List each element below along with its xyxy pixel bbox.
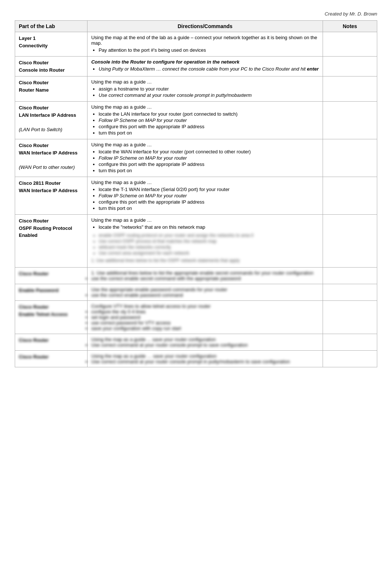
directions-intro-row-wan: Using the map as a guide …	[91, 142, 319, 147]
table-row-row-wan: Cisco RouterWAN Interface IP Address(WAN…	[15, 139, 377, 177]
col-header-notes: Notes	[323, 21, 377, 32]
bullet-row-lan-3: turn this port on	[99, 130, 319, 136]
notes-cell-row-ospf	[323, 215, 377, 268]
directions-intro-row-ospf: Using the map as a guide …	[91, 217, 319, 223]
blurred-ospf-content: enable OSPF routing protocol on your rou…	[91, 233, 319, 263]
bullet-row-ospf-0: locate the "networks" that are on this n…	[99, 224, 319, 230]
directions-intro-row-console: Console into the Router to configure for…	[91, 59, 240, 65]
label-cell-row-lan: Cisco RouterLAN Interface IP Address(LAN…	[15, 102, 87, 139]
label-primary-row-router-name: Cisco Router	[19, 80, 49, 85]
blurred-dir-3: Using the map as a guide ... save your r…	[87, 334, 323, 351]
label-cell-row-wan: Cisco RouterWAN Interface IP Address(WAN…	[15, 139, 87, 177]
directions-cell-row-lan: Using the map as a guide …locate the LAN…	[87, 102, 323, 139]
final-notes	[323, 351, 377, 367]
directions-cell-row-console: Console into the Router to configure for…	[87, 57, 323, 76]
bullet-row-wan-0: locate the WAN interface for your router…	[99, 149, 319, 154]
col-header-dir: Directions/Commands	[87, 21, 323, 32]
table-row-final: Cisco RouterUsing the map as a guide … s…	[15, 351, 377, 367]
directions-cell-row-wan: Using the map as a guide …locate the WAN…	[87, 139, 323, 177]
directions-cell-row-layer1: Using the map at the end of the lab as a…	[87, 32, 323, 57]
label-cell-row-cisco2811: Cisco 2811 RouterWAN Interface IP Addres…	[15, 177, 87, 215]
table-row-blurred-3: Cisco RouterUsing the map as a guide ...…	[15, 334, 377, 351]
label-cell-row-console: Cisco RouterConsole into Router	[15, 57, 87, 76]
bullet-row-lan-2: configure this port with the appropriate…	[99, 124, 319, 129]
bullet-row-cisco2811-1: Follow IP Scheme on MAP for your router	[99, 193, 187, 198]
directions-intro-row-layer1: Using the map at the end of the lab as a…	[91, 35, 319, 46]
col-header-lab: Part of the Lab	[15, 21, 87, 32]
notes-cell-row-wan	[323, 139, 377, 177]
blurred-label-2: Cisco RouterEnable Telnet Access	[15, 301, 87, 334]
blurred-label-1: Enable Password	[15, 284, 87, 301]
label-primary-row-console: Cisco Router	[19, 60, 49, 65]
label-secondary-row-layer1: Connectivity	[19, 42, 83, 50]
label-secondary-row-cisco2811: WAN Interface IP Address	[19, 187, 83, 194]
bullet-row-layer1-0: Pay attention to the port #'s being used…	[99, 47, 319, 53]
label-primary-row-wan: Cisco Router	[19, 143, 49, 148]
final-dir: Using the map as a guide … save your rou…	[87, 351, 323, 367]
blurred-notes-2	[323, 301, 377, 334]
bullet-row-router-name-1: Use correct command at your router conso…	[99, 92, 252, 98]
directions-cell-row-ospf: Using the map as a guide …locate the "ne…	[87, 215, 323, 268]
blurred-dir-2: Configure VTY lines to allow telnet acce…	[87, 301, 323, 334]
table-row-row-ospf: Cisco RouterOSPF Routing Protocol Enable…	[15, 215, 377, 268]
notes-cell-row-console	[323, 57, 377, 76]
blurred-label-3: Cisco Router	[15, 334, 87, 351]
blurred-notes-3	[323, 334, 377, 351]
notes-cell-row-cisco2811	[323, 177, 377, 215]
bullet-row-lan-1: Follow IP Scheme on MAP for your router	[99, 118, 187, 123]
directions-cell-row-router-name: Using the map as a guide …assign a hostn…	[87, 76, 323, 102]
label-secondary-row-router-name: Router Name	[19, 86, 83, 94]
label-cell-row-layer1: Layer 1Connectivity	[15, 32, 87, 57]
blurred-notes-1	[323, 284, 377, 301]
main-table: Part of the Lab Directions/Commands Note…	[15, 20, 377, 367]
directions-intro-row-cisco2811: Using the map as a guide …	[91, 180, 319, 185]
bullet-row-wan-2: configure this port with the appropriate…	[99, 161, 319, 167]
blurred-dir-0: 1. Use additional lines below to list th…	[87, 268, 323, 284]
directions-intro-row-router-name: Using the map as a guide …	[91, 79, 319, 85]
directions-intro-row-lan: Using the map as a guide …	[91, 104, 319, 110]
bullet-row-console-0: Using Putty or MobaXterm … connect the c…	[99, 66, 319, 72]
blurred-label-0: Cisco Router	[15, 268, 87, 284]
bullet-row-wan-3: turn this port on	[99, 168, 319, 173]
table-row-blurred-0: Cisco Router1. Use additional lines belo…	[15, 268, 377, 284]
bullet-row-lan-0: locate the LAN interface for your router…	[99, 111, 319, 117]
table-row-row-console: Cisco RouterConsole into RouterConsole i…	[15, 57, 377, 76]
label-secondary-row-ospf: OSPF Routing Protocol Enabled	[19, 225, 83, 239]
blurred-dir-1: Use the appropriate enable password comm…	[87, 284, 323, 301]
table-row-row-layer1: Layer 1ConnectivityUsing the map at the …	[15, 32, 377, 57]
notes-cell-row-router-name	[323, 76, 377, 102]
label-tertiary-row-lan: (LAN Port to Switch)	[19, 126, 83, 133]
table-row-row-cisco2811: Cisco 2811 RouterWAN Interface IP Addres…	[15, 177, 377, 215]
label-cell-row-router-name: Cisco RouterRouter Name	[15, 76, 87, 102]
bullet-row-cisco2811-3: turn this port on	[99, 205, 319, 211]
table-row-row-lan: Cisco RouterLAN Interface IP Address(LAN…	[15, 102, 377, 139]
label-tertiary-row-wan: (WAN Port to other router)	[19, 164, 83, 171]
created-by: Created by Mr. D. Brown	[15, 11, 377, 17]
final-label: Cisco Router	[15, 351, 87, 367]
directions-cell-row-cisco2811: Using the map as a guide …locate the T-1…	[87, 177, 323, 215]
bullet-row-cisco2811-2: configure this port with the appropriate…	[99, 199, 319, 205]
label-secondary-row-wan: WAN Interface IP Address	[19, 149, 83, 157]
table-row-blurred-2: Cisco RouterEnable Telnet AccessConfigur…	[15, 301, 377, 334]
blurred-notes-0	[323, 268, 377, 284]
bullet-row-router-name-0: assign a hostname to your router	[99, 86, 319, 92]
label-primary-row-cisco2811: Cisco 2811 Router	[19, 180, 61, 186]
notes-cell-row-layer1	[323, 32, 377, 57]
table-row-blurred-1: Enable PasswordUse the appropriate enabl…	[15, 284, 377, 301]
notes-cell-row-lan	[323, 102, 377, 139]
label-secondary-row-console: Console into Router	[19, 67, 83, 74]
label-primary-row-ospf: Cisco Router	[19, 218, 49, 224]
bullet-row-cisco2811-0: locate the T-1 WAN interface (Serial 0/2…	[99, 187, 319, 192]
bullet-row-wan-1: Follow IP Scheme on MAP for your router	[99, 155, 187, 161]
label-cell-row-ospf: Cisco RouterOSPF Routing Protocol Enable…	[15, 215, 87, 268]
table-row-row-router-name: Cisco RouterRouter NameUsing the map as …	[15, 76, 377, 102]
label-secondary-row-lan: LAN Interface IP Address	[19, 112, 83, 119]
label-primary-row-lan: Cisco Router	[19, 105, 49, 110]
label-primary-row-layer1: Layer 1	[19, 35, 36, 41]
